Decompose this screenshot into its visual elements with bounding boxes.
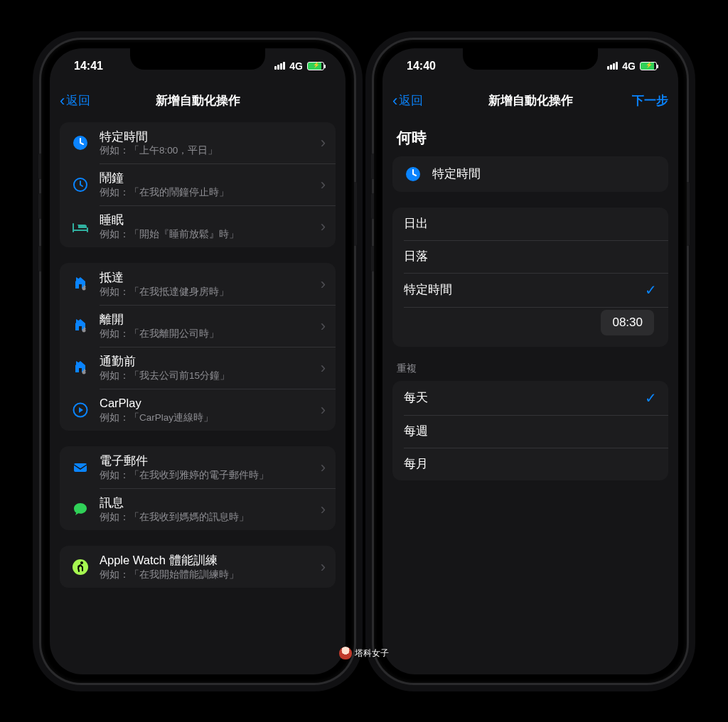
status-time: 14:40 (407, 60, 436, 72)
svg-point-4 (82, 370, 86, 374)
trigger-subtitle: 例如：「在我離開公司時」 (100, 328, 315, 340)
time-option-row[interactable]: 特定時間✓ (392, 273, 668, 307)
repeat-option-label: 每月 (404, 456, 657, 472)
chevron-right-icon: › (321, 401, 326, 419)
repeat-option-row[interactable]: 每月 (392, 448, 668, 480)
trigger-row[interactable]: 通勤前 例如：「我去公司前15分鐘」 › (60, 347, 336, 389)
battery-icon: ⚡ (307, 62, 324, 70)
trigger-subtitle: 例如：「我去公司前15分鐘」 (100, 370, 315, 382)
trigger-title: 訊息 (100, 495, 315, 510)
phone-left: 14:41 4G ⚡ ‹ 返回 新增自動化操作 特定時間 例如：「上午8:00，… (41, 40, 354, 683)
trigger-title: 離開 (100, 312, 315, 327)
trigger-group: Apple Watch 體能訓練 例如：「在我開始體能訓練時」 › (60, 546, 336, 588)
next-button[interactable]: 下一步 (530, 92, 668, 109)
chevron-left-icon: ‹ (392, 93, 397, 109)
watermark: 塔科女子 (339, 647, 389, 659)
trigger-row[interactable]: 特定時間 例如：「上午8:00，平日」 › (60, 122, 336, 164)
svg-point-2 (82, 286, 86, 290)
time-option-row[interactable]: 日出 (392, 208, 668, 240)
when-config: 何時 特定時間 日出日落特定時間✓08:30 重複 每天✓每週每月 (382, 118, 678, 674)
back-button[interactable]: ‹ 返回 (392, 92, 530, 109)
time-option-label: 日出 (404, 216, 657, 232)
section-when-title: 何時 (392, 122, 668, 156)
repeat-option-row[interactable]: 每天✓ (392, 381, 668, 415)
commute-icon (70, 357, 91, 379)
watermark-text: 塔科女子 (355, 647, 389, 659)
trigger-row[interactable]: 抵達 例如：「在我抵達健身房時」 › (60, 263, 336, 305)
repeat-option-row[interactable]: 每週 (392, 415, 668, 448)
trigger-row[interactable]: 訊息 例如：「在我收到媽媽的訊息時」 › (60, 488, 336, 530)
trigger-title: 睡眠 (100, 212, 315, 227)
nav-bar: ‹ 返回 新增自動化操作 (50, 84, 346, 118)
trigger-subtitle: 例如：「在我抵達健身房時」 (100, 286, 315, 298)
repeat-option-label: 每天 (404, 390, 639, 406)
trigger-subtitle: 例如：「開始『睡前放鬆』時」 (100, 228, 315, 241)
chevron-right-icon: › (321, 176, 326, 194)
selected-trigger-title: 特定時間 (432, 166, 658, 181)
message-icon (70, 499, 91, 520)
repeat-label: 重複 (392, 362, 668, 381)
watermark-icon (339, 647, 352, 659)
trigger-title: Apple Watch 體能訓練 (100, 553, 315, 568)
time-value-row: 08:30 (392, 307, 668, 347)
back-label: 返回 (399, 92, 423, 109)
leave-icon (70, 316, 91, 337)
signal-icon (607, 62, 618, 70)
time-option-row[interactable]: 日落 (392, 240, 668, 273)
status-time: 14:41 (74, 60, 103, 72)
bed-icon (70, 216, 91, 237)
chevron-right-icon: › (321, 458, 326, 477)
trigger-row[interactable]: 睡眠 例如：「開始『睡前放鬆』時」 › (60, 205, 336, 247)
trigger-subtitle: 例如：「CarPlay連線時」 (100, 411, 315, 424)
screen-left: 14:41 4G ⚡ ‹ 返回 新增自動化操作 特定時間 例如：「上午8:00，… (50, 48, 346, 674)
time-options-group: 日出日落特定時間✓08:30 (392, 208, 668, 347)
chevron-right-icon: › (321, 217, 326, 236)
selected-trigger-row: 特定時間 (392, 156, 668, 192)
back-button[interactable]: ‹ 返回 (60, 92, 336, 109)
svg-rect-6 (74, 463, 87, 472)
selected-trigger-header: 特定時間 (392, 156, 668, 192)
nav-bar: ‹ 返回 新增自動化操作 下一步 (382, 84, 678, 118)
trigger-list: 特定時間 例如：「上午8:00，平日」 › 鬧鐘 例如：「在我的鬧鐘停止時」 ›… (50, 118, 346, 674)
clock-outline-icon (70, 174, 91, 195)
trigger-row[interactable]: CarPlay 例如：「CarPlay連線時」 › (60, 389, 336, 431)
chevron-right-icon: › (321, 558, 326, 576)
trigger-group: 特定時間 例如：「上午8:00，平日」 › 鬧鐘 例如：「在我的鬧鐘停止時」 ›… (60, 122, 336, 248)
battery-icon: ⚡ (640, 62, 657, 70)
workout-icon (70, 556, 91, 578)
trigger-subtitle: 例如：「在我開始體能訓練時」 (100, 569, 315, 581)
chevron-right-icon: › (321, 500, 326, 519)
svg-point-8 (80, 561, 83, 564)
network-label: 4G (622, 60, 636, 72)
trigger-row[interactable]: Apple Watch 體能訓練 例如：「在我開始體能訓練時」 › (60, 546, 336, 588)
time-option-label: 特定時間 (404, 282, 639, 298)
trigger-subtitle: 例如：「在我收到媽媽的訊息時」 (100, 511, 315, 524)
trigger-title: CarPlay (100, 396, 315, 411)
svg-point-3 (82, 328, 86, 332)
clock-fill-icon (70, 132, 91, 153)
chevron-right-icon: › (321, 359, 326, 377)
trigger-subtitle: 例如：「在我收到雅婷的電子郵件時」 (100, 469, 315, 482)
svg-point-7 (73, 559, 88, 575)
trigger-title: 特定時間 (100, 129, 315, 144)
chevron-right-icon: › (321, 317, 326, 335)
checkmark-icon: ✓ (645, 389, 657, 406)
phone-right: 14:40 4G ⚡ ‹ 返回 新增自動化操作 下一步 何時 特定時間 (374, 40, 687, 683)
time-picker[interactable]: 08:30 (601, 310, 654, 335)
screen-right: 14:40 4G ⚡ ‹ 返回 新增自動化操作 下一步 何時 特定時間 (382, 48, 678, 674)
carplay-icon (70, 399, 91, 421)
signal-icon (274, 62, 285, 70)
chevron-right-icon: › (321, 275, 326, 293)
trigger-row[interactable]: 鬧鐘 例如：「在我的鬧鐘停止時」 › (60, 163, 336, 205)
chevron-right-icon: › (321, 134, 326, 152)
trigger-row[interactable]: 電子郵件 例如：「在我收到雅婷的電子郵件時」 › (60, 446, 336, 488)
trigger-subtitle: 例如：「在我的鬧鐘停止時」 (100, 186, 315, 199)
trigger-title: 電子郵件 (100, 453, 315, 468)
back-label: 返回 (66, 92, 90, 109)
trigger-title: 抵達 (100, 270, 315, 285)
notch (463, 48, 598, 70)
trigger-group: 抵達 例如：「在我抵達健身房時」 › 離開 例如：「在我離開公司時」 › 通勤前… (60, 263, 336, 431)
trigger-row[interactable]: 離開 例如：「在我離開公司時」 › (60, 305, 336, 347)
notch (130, 48, 265, 70)
checkmark-icon: ✓ (645, 281, 657, 298)
